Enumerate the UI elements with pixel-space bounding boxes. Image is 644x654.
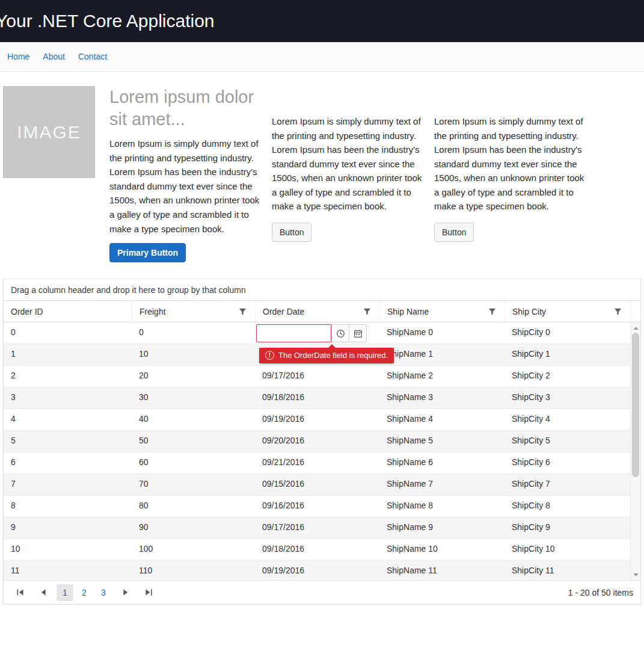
table-row: 88009/16/2016ShipName 8ShipCity 8 <box>4 496 640 517</box>
table-row: 66009/21/2016ShipName 6ShipCity 6 <box>4 452 640 474</box>
cell: ShipName 1 <box>379 344 504 365</box>
calendar-icon[interactable] <box>349 325 366 342</box>
hero-column-1: Lorem ipsum dolor sit amet... Lorem Ipsu… <box>109 86 260 262</box>
cell: 09/18/2016 <box>255 539 379 560</box>
cell: 10 <box>132 344 255 365</box>
app-title: Your .NET Core Application <box>0 11 215 31</box>
cell: ShipCity 11 <box>504 561 640 580</box>
tooltip-arrow-icon <box>328 344 336 348</box>
cell: 50 <box>132 431 255 452</box>
grid-header: Order IDFreightOrder DateShip NameShip C… <box>4 301 640 322</box>
filter-icon[interactable] <box>487 306 497 316</box>
cell: 09/21/2016 <box>255 452 379 474</box>
cell: 3 <box>4 387 132 409</box>
filter-icon[interactable] <box>362 306 372 316</box>
pager-page-1[interactable]: 1 <box>57 584 73 601</box>
cell: ShipName 7 <box>379 474 504 495</box>
cell: ShipName 3 <box>379 387 504 409</box>
pager-info: 1 - 20 of 50 items <box>568 588 633 597</box>
cell: ShipCity 5 <box>504 431 640 452</box>
cell: 09/19/2016 <box>255 561 379 580</box>
nav-link-contact[interactable]: Contact <box>78 52 107 61</box>
cell <box>255 322 379 344</box>
main-nav: HomeAboutContact <box>0 42 644 72</box>
cell: 09/18/2016 <box>255 387 379 409</box>
previous-page-button[interactable] <box>34 584 52 601</box>
cell: 9 <box>4 517 132 538</box>
table-row: 99009/17/2016ShipName 9ShipCity 9 <box>4 517 640 539</box>
cell: ShipName 9 <box>379 517 504 538</box>
grid-group-hint[interactable]: Drag a column header and drop it here to… <box>4 279 640 301</box>
last-page-button[interactable] <box>140 584 158 601</box>
table-row: 1111009/19/2016ShipName 11ShipCity 11 <box>4 561 640 580</box>
cell: 110 <box>132 561 255 580</box>
column-title: Ship Name <box>387 307 429 316</box>
next-page-button[interactable] <box>117 584 135 601</box>
cell: 09/17/2016 <box>255 517 379 538</box>
cell: ShipCity 10 <box>504 539 640 560</box>
column-title: Freight <box>140 307 166 316</box>
scroll-up-icon[interactable] <box>633 325 639 331</box>
column-header-ship-name[interactable]: Ship Name <box>379 301 504 322</box>
cell: 09/16/2016 <box>255 496 379 517</box>
pager-page-3[interactable]: 3 <box>95 584 112 601</box>
primary-button[interactable]: Primary Button <box>109 243 186 262</box>
column-header-order-id[interactable]: Order ID <box>4 301 132 322</box>
table-row: 55009/20/2016ShipName 5ShipCity 5 <box>4 431 640 452</box>
hero-column-3: Lorem Ipsum is simply dummy text of the … <box>434 86 584 242</box>
cell: 0 <box>4 322 132 344</box>
cell: 8 <box>4 496 132 517</box>
cell: ShipCity 0 <box>504 322 640 344</box>
cell: 20 <box>132 366 255 387</box>
secondary-button[interactable]: Button <box>272 223 311 242</box>
cell: ShipName 2 <box>379 366 504 387</box>
placeholder-image-label: IMAGE <box>17 122 81 143</box>
scroll-down-icon[interactable] <box>633 572 639 578</box>
cell: ShipName 0 <box>379 322 504 344</box>
column-header-ship-city[interactable]: Ship City <box>504 301 630 322</box>
cell: 0 <box>132 322 255 344</box>
filter-icon[interactable] <box>238 306 248 316</box>
pager-page-2[interactable]: 2 <box>76 584 93 601</box>
grid-body: ! The OrderDate field is required. 00 Sh… <box>4 322 640 580</box>
order-date-picker <box>256 324 367 342</box>
cell: 09/19/2016 <box>255 409 379 430</box>
cell: ShipCity 1 <box>504 344 640 365</box>
cell: 100 <box>132 539 255 560</box>
first-page-button[interactable] <box>11 584 29 601</box>
cell: ShipCity 3 <box>504 387 640 409</box>
validation-message: The OrderDate field is required. <box>278 351 388 360</box>
cell: 09/20/2016 <box>255 431 379 452</box>
clock-icon[interactable] <box>331 325 349 342</box>
hero-column-2: Lorem Ipsum is simply dummy text of the … <box>272 86 422 242</box>
cell: ShipName 8 <box>379 496 504 517</box>
cell: 60 <box>132 452 255 474</box>
cell: 30 <box>132 387 255 409</box>
column-header-freight[interactable]: Freight <box>132 301 255 322</box>
secondary-button[interactable]: Button <box>434 223 474 242</box>
cell: 90 <box>132 517 255 538</box>
column-title: Order Date <box>263 307 304 316</box>
filter-icon[interactable] <box>613 306 623 316</box>
cell: 7 <box>4 474 132 495</box>
cell: 1 <box>4 344 132 365</box>
hero-heading: Lorem ipsum dolor sit amet... <box>109 86 260 131</box>
nav-link-home[interactable]: Home <box>7 52 29 61</box>
scrollbar-thumb[interactable] <box>632 333 639 477</box>
cell: 09/17/2016 <box>255 366 379 387</box>
nav-link-about[interactable]: About <box>43 52 65 61</box>
cell: ShipCity 4 <box>504 409 640 430</box>
table-row: 1010009/18/2016ShipName 10ShipCity 10 <box>4 539 640 561</box>
cell: ShipCity 6 <box>504 452 640 474</box>
cell: 6 <box>4 452 132 474</box>
grid-pager: 123 1 - 20 of 50 items <box>4 580 640 604</box>
order-date-input[interactable] <box>256 324 331 342</box>
placeholder-image: IMAGE <box>3 86 95 178</box>
vertical-scrollbar[interactable] <box>630 322 640 580</box>
cell: 10 <box>4 539 132 560</box>
cell: ShipCity 7 <box>504 474 640 495</box>
orders-grid: Drag a column header and drop it here to… <box>3 279 641 605</box>
column-header-order-date[interactable]: Order Date <box>255 301 379 322</box>
cell: ShipName 11 <box>379 561 504 580</box>
cell: 70 <box>132 474 255 495</box>
